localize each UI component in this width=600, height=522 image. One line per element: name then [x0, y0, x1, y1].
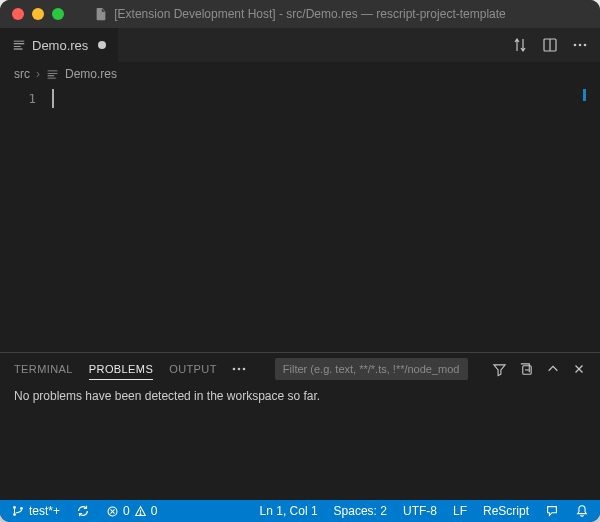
- more-actions-button[interactable]: [572, 37, 588, 53]
- funnel-icon: [492, 362, 507, 377]
- tabs-row: Demo.res: [0, 28, 600, 63]
- close-icon: [572, 362, 586, 376]
- panel-body: No problems have been detected in the wo…: [0, 385, 600, 500]
- rescript-file-icon: [12, 38, 26, 52]
- minimap-diff-icon: [583, 89, 586, 101]
- status-feedback[interactable]: [542, 504, 562, 518]
- svg-point-12: [13, 506, 16, 509]
- compare-icon: [512, 37, 528, 53]
- maximize-panel-button[interactable]: [546, 362, 560, 376]
- split-icon: [542, 37, 558, 53]
- code-area[interactable]: [52, 85, 600, 352]
- code-line: [52, 89, 600, 108]
- gutter: 1: [0, 85, 52, 352]
- status-sync[interactable]: [73, 504, 93, 518]
- tab-problems[interactable]: PROBLEMS: [89, 359, 153, 380]
- tabs-list: Demo.res: [0, 28, 119, 62]
- more-icon: [231, 361, 247, 377]
- svg-point-7: [242, 368, 245, 371]
- breadcrumb[interactable]: src › Demo.res: [0, 63, 600, 85]
- svg-point-3: [579, 44, 582, 47]
- git-branch-icon: [11, 504, 25, 518]
- chevron-up-icon: [546, 362, 560, 376]
- status-notifications[interactable]: [572, 504, 592, 518]
- breadcrumb-file[interactable]: Demo.res: [65, 67, 117, 81]
- close-window-button[interactable]: [12, 8, 24, 20]
- svg-point-5: [232, 368, 235, 371]
- split-editor-button[interactable]: [542, 37, 558, 53]
- status-encoding[interactable]: UTF-8: [400, 504, 440, 518]
- sync-icon: [76, 504, 90, 518]
- svg-point-14: [20, 507, 23, 510]
- tab-terminal[interactable]: TERMINAL: [14, 359, 73, 380]
- filter-button[interactable]: [492, 362, 507, 377]
- file-icon: [94, 7, 108, 21]
- tab-output[interactable]: OUTPUT: [169, 359, 217, 380]
- traffic-lights: [0, 8, 64, 20]
- collapse-all-button[interactable]: [519, 362, 534, 377]
- tab-label: Demo.res: [32, 38, 88, 53]
- compare-changes-button[interactable]: [512, 37, 528, 53]
- minimize-window-button[interactable]: [32, 8, 44, 20]
- editor[interactable]: 1: [0, 85, 600, 352]
- statusbar: test*+ 0 0 Ln 1, Col 1 Spaces: 2 UTF-8 L…: [0, 500, 600, 522]
- bell-icon: [575, 504, 589, 518]
- window: [Extension Development Host] - src/Demo.…: [0, 0, 600, 522]
- problems-message: No problems have been detected in the wo…: [14, 389, 320, 403]
- status-eol[interactable]: LF: [450, 504, 470, 518]
- panel-tabs: TERMINAL PROBLEMS OUTPUT: [14, 359, 217, 380]
- status-errors[interactable]: 0 0: [103, 504, 160, 518]
- panel-more-button[interactable]: [231, 361, 247, 377]
- svg-point-2: [574, 44, 577, 47]
- panel-actions: [492, 362, 586, 377]
- svg-point-4: [584, 44, 587, 47]
- chevron-right-icon: ›: [36, 67, 40, 81]
- titlebar: [Extension Development Host] - src/Demo.…: [0, 0, 600, 28]
- svg-point-6: [237, 368, 240, 371]
- breadcrumb-folder[interactable]: src: [14, 67, 30, 81]
- svg-point-13: [13, 513, 16, 516]
- collapse-icon: [519, 362, 534, 377]
- more-icon: [572, 37, 588, 53]
- status-language[interactable]: ReScript: [480, 504, 532, 518]
- tab-demo[interactable]: Demo.res: [0, 28, 119, 62]
- status-spaces[interactable]: Spaces: 2: [331, 504, 390, 518]
- error-icon: [106, 505, 119, 518]
- rescript-file-icon: [46, 68, 59, 81]
- panel-header: TERMINAL PROBLEMS OUTPUT: [0, 353, 600, 385]
- close-panel-button[interactable]: [572, 362, 586, 376]
- editor-actions: [512, 28, 600, 62]
- feedback-icon: [545, 504, 559, 518]
- status-cursor[interactable]: Ln 1, Col 1: [257, 504, 321, 518]
- cursor-icon: [52, 89, 54, 108]
- status-branch[interactable]: test*+: [8, 504, 63, 518]
- svg-point-19: [140, 513, 141, 514]
- line-number: 1: [0, 89, 36, 108]
- warning-icon: [134, 505, 147, 518]
- zoom-window-button[interactable]: [52, 8, 64, 20]
- filter-input[interactable]: [275, 358, 468, 380]
- modified-indicator-icon: [98, 41, 106, 49]
- panel: TERMINAL PROBLEMS OUTPUT: [0, 352, 600, 500]
- window-title: [Extension Development Host] - src/Demo.…: [0, 7, 600, 21]
